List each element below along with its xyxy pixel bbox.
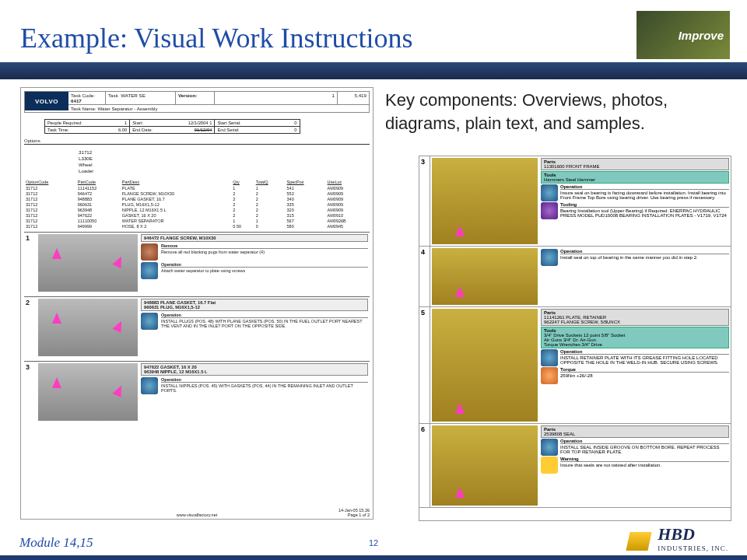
people-lab: People Required: bbox=[47, 121, 82, 125]
op-text: Remove all red blanking pugs from water … bbox=[161, 250, 368, 254]
operation-icon bbox=[141, 313, 158, 330]
taskname: Water Separator - Assembly bbox=[97, 106, 157, 111]
improve-label: Improve bbox=[679, 29, 724, 42]
hbd-text: HBD bbox=[658, 524, 695, 544]
section-text: Bearing Installation tool (Upper Bearing… bbox=[560, 208, 729, 218]
volvo-logo: VOLVO bbox=[25, 92, 68, 110]
corner-graphic: Improve bbox=[637, 11, 730, 59]
section-text: Install seal on top of bearing in the sa… bbox=[560, 255, 729, 260]
end: 01/12/04 bbox=[195, 128, 212, 132]
parts-col: Qty bbox=[231, 179, 254, 185]
endser: 0 bbox=[294, 128, 296, 132]
startser: 0 bbox=[294, 121, 296, 125]
step-row: 3 947622 GASKET, 16 X 20 963948 NIPPLE, … bbox=[24, 361, 370, 422]
rstep: 3 Parts11301600 FRONT FRAMEToolsHammers … bbox=[419, 156, 731, 247]
start-lab: Start: bbox=[132, 121, 143, 125]
section-label: Warning bbox=[560, 457, 729, 462]
section-bar: ToolsHammers Steel Hammer bbox=[541, 171, 729, 184]
seq-no: 5,419 bbox=[338, 92, 369, 104]
left-foot-meta: 14-Jan-05 15:26 Page 1 of 2 bbox=[338, 508, 370, 517]
rstep: 4 OperationInstall seal on top of bearin… bbox=[419, 247, 731, 307]
version: 1 bbox=[215, 92, 338, 104]
module-label: Module 14,15 bbox=[19, 535, 93, 551]
rstep-number: 3 bbox=[419, 156, 430, 246]
operation-icon bbox=[141, 377, 158, 394]
section-text: INSTALL SEAL INSIDE GROOVE ON BOTTOM BOR… bbox=[560, 445, 729, 454]
section-text: Insure seal on bearing is facing downwar… bbox=[560, 191, 729, 200]
task-lab: Task bbox=[108, 93, 118, 98]
parts-row: 31712946472FLANGE SCREW, M10X3022552AM09… bbox=[24, 191, 370, 196]
startser-lab: Start Serial: bbox=[217, 121, 240, 125]
section-text: Insure that seals are not twisted after … bbox=[560, 463, 729, 467]
section-label: Torque bbox=[560, 367, 729, 373]
hbd-sub: INDUSTRIES, INC. bbox=[658, 544, 728, 552]
endser-lab: End Serial: bbox=[217, 128, 239, 132]
rstep-number: 5 bbox=[419, 307, 430, 423]
task-code: 6417 bbox=[71, 98, 82, 103]
operation-icon bbox=[541, 439, 558, 456]
section-bar: Parts2539808 SEAL bbox=[541, 425, 729, 438]
section-label: Operation bbox=[560, 349, 729, 355]
rstep-photo bbox=[432, 425, 538, 506]
end-lab: End Date: bbox=[132, 128, 153, 132]
taskname-lab: Task Name: bbox=[71, 106, 96, 111]
work-instruction-right: 3 Parts11301600 FRONT FRAMEToolsHammers … bbox=[419, 156, 731, 521]
option-line: L330E bbox=[79, 156, 370, 162]
section-text: 259Nm +26/-28 bbox=[560, 373, 729, 378]
parts-col: TotalQ bbox=[254, 179, 286, 185]
step-row: 1 946472 FLANGE SCREW, M10X30 RemoveRemo… bbox=[24, 232, 370, 293]
section-label: Operation bbox=[560, 184, 729, 190]
bottom-bar bbox=[0, 555, 747, 560]
start: 12/1/2004 1 bbox=[188, 121, 212, 125]
parts-table: OptionCodePartCodePartDescQtyTotalQSpecP… bbox=[24, 179, 370, 229]
slide-title: Example: Visual Work Instructions bbox=[20, 22, 413, 54]
step-number: 1 bbox=[24, 233, 37, 293]
step-photo bbox=[38, 234, 138, 292]
step-number: 3 bbox=[24, 362, 37, 422]
section-bar: Tools3/4" Drive Sockets 12 point 5/8" So… bbox=[541, 327, 729, 348]
options-head: Options bbox=[24, 138, 370, 145]
option-line: 31712 bbox=[79, 149, 370, 156]
parts-col: PartCode bbox=[76, 179, 121, 185]
step-row: 2 948883 PLANE GASKET, 16.7 Flat 960631 … bbox=[24, 296, 370, 358]
op-text: INSTALL PLUGS (POS. 48) WITH PLANE GASKE… bbox=[161, 319, 368, 328]
rstep-number: 6 bbox=[419, 424, 430, 507]
parts-col: PartDesc bbox=[121, 179, 232, 185]
op-label: Operation bbox=[161, 313, 368, 318]
parts-row: 3171211110050WATER SEPARATOR11567AM0926B bbox=[24, 218, 370, 223]
op-label: Operation bbox=[161, 262, 368, 268]
time-lab: Task Time: bbox=[47, 128, 69, 132]
parts-col: SpecPos bbox=[286, 179, 326, 185]
section-label: Tooling bbox=[560, 202, 729, 208]
section-label: Operation bbox=[560, 439, 729, 444]
caption-text: Key components: Overviews, photos, diagr… bbox=[385, 89, 731, 135]
option-line: Wheel bbox=[79, 162, 370, 168]
parts-row: 31712949999HOSE, 8 X 20.500580AM0945 bbox=[24, 223, 370, 229]
operation-icon bbox=[541, 249, 558, 266]
left-foot-url: www.visualfactory.net bbox=[177, 513, 217, 517]
op-label: Remove bbox=[161, 243, 368, 249]
version-lab: Version: bbox=[178, 93, 197, 98]
section-label: Operation bbox=[560, 249, 729, 254]
section-bar: Parts11141261 PLATE, RETAINER 962247 FLA… bbox=[541, 309, 729, 326]
op-text: Attach water separator to plate using sc… bbox=[161, 268, 368, 273]
torque-icon bbox=[541, 367, 558, 384]
parts-row: 31712963948NIPPLE, 12 M16X1.5 L22320AM09… bbox=[24, 207, 370, 212]
hbd-logo: HBD INDUSTRIES, INC. bbox=[658, 524, 728, 552]
page-number: 12 bbox=[369, 538, 378, 548]
rstep-photo bbox=[432, 158, 538, 244]
parts-col: UseLoc bbox=[326, 179, 370, 185]
parts-row: 3171211141152PLATE11541AM0909 bbox=[24, 185, 370, 191]
parts-row: 31712947622GASKET, 16 X 2022315AM0910 bbox=[24, 212, 370, 218]
op-text: INSTALL NIPPLES (POS. 45) WITH GASKETS (… bbox=[161, 383, 368, 393]
rstep: 6 Parts2539808 SEALOperationINSTALL SEAL… bbox=[419, 424, 731, 508]
rstep-photo bbox=[432, 248, 538, 305]
rstep: 5 Parts11141261 PLATE, RETAINER 962247 F… bbox=[419, 307, 731, 424]
step-number: 2 bbox=[24, 297, 37, 358]
step-photo bbox=[38, 363, 138, 421]
options-desc: 31712L330EWheelLoader bbox=[79, 149, 370, 174]
task-val: WATER SE bbox=[121, 93, 146, 98]
step-photo bbox=[38, 299, 138, 356]
option-line: Loader bbox=[79, 168, 370, 174]
step-part: 946472 FLANGE SCREW, M10X30 bbox=[141, 234, 368, 242]
